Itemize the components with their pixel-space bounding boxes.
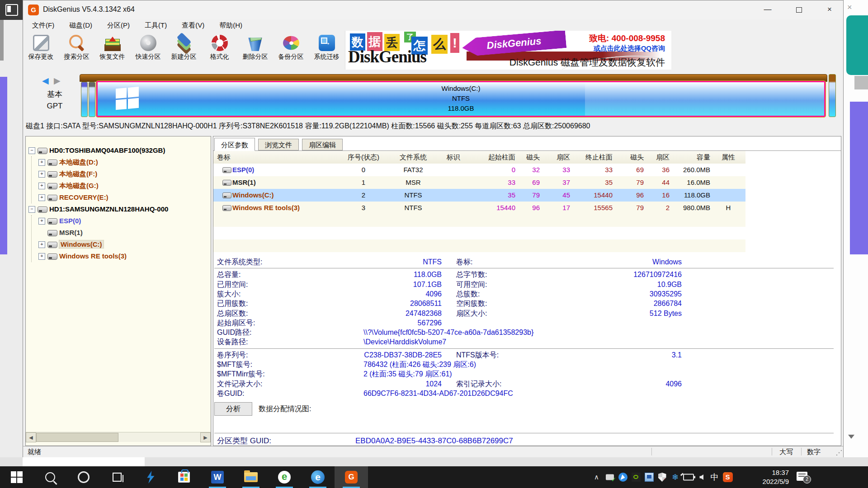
menu-item[interactable]: 帮助(H) [214,19,248,32]
menu-item[interactable]: 查看(V) [176,19,210,32]
tree-item[interactable]: −HD0:TOSHIBAMQ04ABF100(932GB) [26,145,211,156]
detail-row: 卷GUID:66D9C7F6-8231-4D34-AD67-201D26DC94… [213,389,837,398]
toolbar-button-format[interactable]: 格式化 [202,33,237,69]
resize-grip[interactable] [836,450,842,456]
scrollbar-thumb[interactable] [36,433,118,442]
taskbar-clock[interactable]: 18:37 2022/5/9 [737,468,789,486]
detail-value: C238-DB37-38DB-28E5 [272,350,442,360]
detail-value: 567296 [272,318,442,328]
collapse-icon[interactable]: − [28,147,35,154]
partition-row[interactable]: Windows RE tools(3)3NTFS1544096171556579… [213,202,745,214]
background-scroll-arrow [848,435,854,442]
header-start-head: 磁头 [516,151,541,164]
taskbar-app-search[interactable] [33,466,67,488]
tray-snowflake[interactable]: ❄ [669,466,682,488]
tray-volume[interactable] [695,466,708,488]
minimize-button[interactable]: — [754,0,782,19]
expand-icon[interactable]: + [38,218,45,225]
desktop-wallpaper-teal [846,15,868,75]
tab-扇区编辑[interactable]: 扇区编辑 [302,139,343,150]
delete-icon [247,35,264,51]
taskbar-app-thunder[interactable] [134,466,167,488]
taskbar-app-taskview[interactable] [100,466,134,488]
toolbar-button-migrate[interactable]: →系统迁移 [309,33,344,69]
menu-item[interactable]: 磁盘(D) [64,19,98,32]
taskbar-app-ie[interactable]: e [268,466,301,488]
detail-value: 4096 [530,379,682,389]
banner-qq-link[interactable]: 或点击此处选择QQ咨询 [594,44,665,53]
migrate-icon: → [319,35,335,51]
tree-item[interactable]: +本地磁盘(G:) [26,180,211,192]
action-center-icon[interactable]: 2 [797,472,807,481]
tree-item[interactable]: +ESP(0) [26,215,211,227]
tree-item[interactable]: +Windows(C:) [26,239,211,250]
toolbar-button-save[interactable]: 保存更改 [23,33,59,69]
detail-label: 总字节数: [456,270,487,279]
taskbar-app-word[interactable]: W [201,466,234,488]
tree-item[interactable]: MSR(1) [26,227,211,239]
detail-label: GUID路径: [217,328,251,337]
partition-block-esp[interactable] [81,82,88,117]
taskbar-app-start[interactable] [0,466,33,488]
cell-end-cyl: 35 [571,176,613,189]
scroll-right-button[interactable]: ▶ [200,432,211,442]
detail-row: 卷序列号:C238-DB37-38DB-28E5NTFS版本号:3.1 [213,350,837,360]
toolbar-button-delete[interactable]: 删除分区 [237,33,273,69]
detail-value: 4096 [272,289,442,299]
tree-item[interactable]: +RECOVERY(E:) [26,192,211,203]
tray-nvidia[interactable] [629,466,642,488]
scroll-left-button[interactable]: ◀ [26,432,36,442]
expand-icon[interactable]: + [38,171,45,178]
expand-icon[interactable]: + [38,241,45,248]
toolbar-button-quick[interactable]: 快速分区 [130,33,166,69]
tray-defender[interactable] [656,466,669,488]
tray-chevron[interactable]: ∧ [590,466,603,488]
tree-item[interactable]: +本地磁盘(F:) [26,168,211,180]
tree-item[interactable]: +本地磁盘(D:) [26,156,211,168]
nav-forward-icon[interactable]: ▶ [54,76,61,85]
tab-浏览文件[interactable]: 浏览文件 [258,139,299,150]
tray-ime[interactable]: 中 [708,466,721,488]
ad-banner[interactable]: 数据丢了怎么! DiskGenius DiskGenius 致电: 400-00… [345,31,671,70]
expand-icon[interactable]: + [38,253,45,260]
expand-icon[interactable]: + [38,194,45,201]
menu-item[interactable]: 工具(T) [139,19,172,32]
close-button[interactable]: × [816,0,844,19]
tray-bird[interactable] [616,466,629,488]
toolbar-button-search[interactable]: 搜索分区 [59,33,94,69]
partition-row[interactable]: Windows(C:)2NTFS357945154409616118.0GB [213,189,745,202]
menu-item[interactable]: 分区(P) [102,19,135,32]
tray-sogou[interactable]: S [721,466,734,488]
partition-row[interactable]: ESP(0)0FAT3203233336936260.0MB [213,164,745,176]
window-title: DiskGenius V5.4.3.1342 x64 [43,5,135,14]
menu-item[interactable]: 文件(F) [27,19,60,32]
cell-start-sector: 17 [541,202,571,214]
analyze-button[interactable]: 分析 [214,402,252,416]
tray-printer[interactable] [603,466,616,488]
tray-power[interactable] [682,466,695,488]
collapse-icon[interactable]: − [28,206,35,213]
partition-block-re-tools[interactable] [829,74,836,117]
toolbar-button-backup[interactable]: 备份分区 [273,33,309,69]
toolbar-button-new[interactable]: 新建分区 [166,33,202,69]
title-bar[interactable]: G DiskGenius V5.4.3.1342 x64 — × [23,0,843,19]
tab-分区参数[interactable]: 分区参数 [214,138,255,151]
tree-item[interactable]: +Windows RE tools(3) [26,250,211,262]
partition-row[interactable]: MSR(1)1MSR33693735794416.0MB [213,176,745,189]
taskbar-app-edge[interactable]: e [301,466,335,488]
tray-intel[interactable] [642,466,656,488]
taskbar-app-cortana[interactable] [67,466,100,488]
expand-icon[interactable]: + [38,183,45,189]
partition-block-msr[interactable] [89,82,95,117]
toolbar-button-recover[interactable]: 恢复文件 [94,33,130,69]
nav-back-icon[interactable]: ◀ [42,76,49,85]
expand-icon[interactable]: + [38,159,45,166]
taskbar-app-store[interactable] [167,466,201,488]
taskbar-app-explorer[interactable] [234,466,268,488]
partition-block-windows-c[interactable]: Windows(C:) NTFS 118.0GB [96,81,826,117]
tree-horizontal-scrollbar[interactable]: ◀ ▶ [26,432,211,442]
tree-item[interactable]: −HD1:SAMSUNGMZNLN128HAHQ-000 [26,203,211,215]
partition-icon [222,180,231,186]
taskbar-app-diskgenius[interactable]: G [335,466,368,488]
maximize-button[interactable] [785,0,813,19]
